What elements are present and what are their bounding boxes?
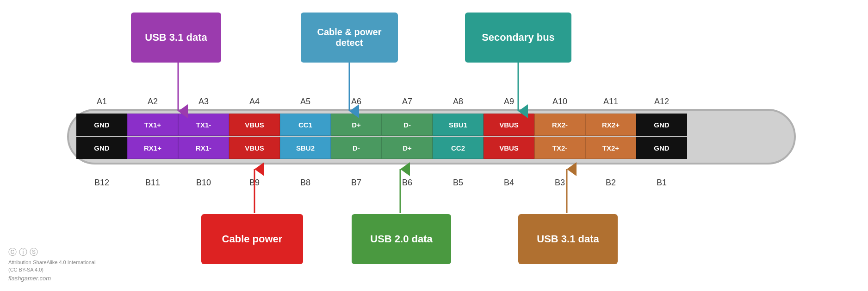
label-B5: B5 — [453, 178, 463, 187]
bottom-pin-5: SBU2 — [280, 137, 331, 159]
bottom-pin-2: RX1+ — [127, 137, 178, 159]
label-A7: A7 — [402, 97, 412, 106]
label-B2: B2 — [606, 178, 616, 187]
bottom-pin-8: CC2 — [433, 137, 484, 159]
label-B9: B9 — [249, 178, 260, 187]
bottom-pin-1: GND — [76, 137, 127, 159]
bottom-pin-9: VBUS — [484, 137, 534, 159]
label-B7: B7 — [351, 178, 361, 187]
bottom-pin-6: D- — [331, 137, 382, 159]
bottom-pin-10: TX2- — [534, 137, 585, 159]
top-pin-2: TX1+ — [127, 114, 178, 136]
cc-icons: ⓒ ⓘ ⓢ — [8, 246, 95, 259]
bottom-pin-12: GND — [636, 137, 687, 159]
label-A9: A9 — [504, 97, 514, 106]
label-B8: B8 — [300, 178, 310, 187]
cable-power-label: Cable power — [201, 214, 303, 264]
label-A8: A8 — [453, 97, 463, 106]
diagram-container: GNDTX1+TX1-VBUSCC1D+D-SBU1VBUSRX2-RX2+GN… — [0, 0, 868, 291]
top-pin-7: D- — [382, 114, 433, 136]
usb20-data-label: USB 2.0 data — [352, 214, 451, 264]
secondary-bus-label: Secondary bus — [465, 13, 571, 63]
label-B11: B11 — [145, 178, 160, 187]
label-B1: B1 — [657, 178, 667, 187]
bottom-pin-7: D+ — [382, 137, 433, 159]
top-pin-5: CC1 — [280, 114, 331, 136]
attribution: ⓒ ⓘ ⓢ Attribution-ShareAlike 4.0 Interna… — [8, 246, 95, 283]
top-pin-8: SBU1 — [433, 114, 484, 136]
bottom-pin-row: GNDRX1+RX1-VBUSSBU2D-D+CC2VBUSTX2-TX2+GN… — [76, 137, 687, 159]
label-B3: B3 — [555, 178, 565, 187]
label-A10: A10 — [552, 97, 567, 106]
label-B12: B12 — [94, 178, 109, 187]
top-pin-12: GND — [636, 114, 687, 136]
cable-power-detect-label: Cable & power detect — [301, 13, 398, 63]
license-text: Attribution-ShareAlike 4.0 International… — [8, 259, 95, 274]
top-pin-3: TX1- — [178, 114, 229, 136]
top-pin-10: RX2- — [534, 114, 585, 136]
top-pin-4: VBUS — [229, 114, 280, 136]
label-A4: A4 — [249, 97, 260, 106]
label-A1: A1 — [97, 97, 107, 106]
label-A12: A12 — [654, 97, 669, 106]
top-pin-11: RX2+ — [585, 114, 636, 136]
top-pin-1: GND — [76, 114, 127, 136]
top-pin-6: D+ — [331, 114, 382, 136]
label-A2: A2 — [148, 97, 158, 106]
bottom-pin-4: VBUS — [229, 137, 280, 159]
label-B4: B4 — [504, 178, 514, 187]
label-A11: A11 — [603, 97, 618, 106]
top-pin-row: GNDTX1+TX1-VBUSCC1D+D-SBU1VBUSRX2-RX2+GN… — [76, 114, 687, 136]
label-B6: B6 — [402, 178, 412, 187]
top-pin-9: VBUS — [484, 114, 534, 136]
bottom-pin-11: TX2+ — [585, 137, 636, 159]
label-A5: A5 — [300, 97, 310, 106]
site-text: flashgamer.com — [8, 274, 95, 283]
usb31-bottom-label: USB 3.1 data — [518, 214, 618, 264]
label-A3: A3 — [198, 97, 209, 106]
label-B10: B10 — [196, 178, 211, 187]
label-A6: A6 — [351, 97, 361, 106]
bottom-pin-3: RX1- — [178, 137, 229, 159]
usb31-top-label: USB 3.1 data — [131, 13, 221, 63]
